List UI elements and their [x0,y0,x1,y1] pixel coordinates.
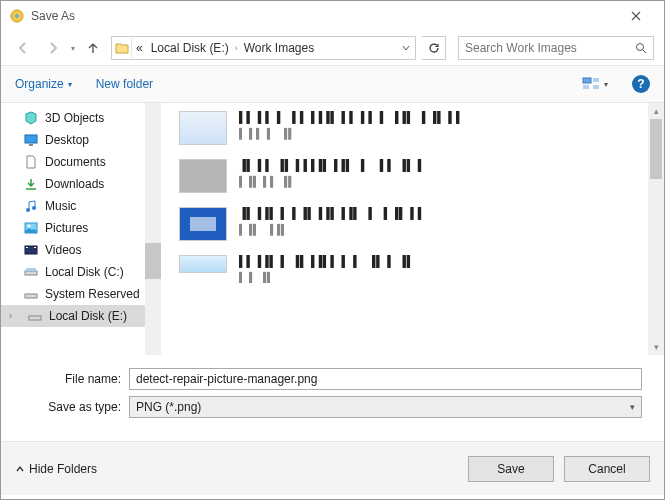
chevron-down-icon: ▾ [604,80,608,89]
svg-rect-11 [26,247,28,248]
up-button[interactable] [81,36,105,60]
filename-label: File name: [1,372,129,386]
cancel-button[interactable]: Cancel [564,456,650,482]
file-list: ▌▌▐▐ ▌ ▌▌▐▐▐▌▐▐ ▌▌▐ ▐▐▌ ▌▐▌▐▐▌▐▐ ▌ ▐▌ ▐▌… [161,103,664,355]
drive-icon [27,308,43,324]
hide-folders-button[interactable]: Hide Folders [15,462,97,476]
app-icon [9,8,25,24]
file-thumbnail [179,111,227,145]
file-name: ▐▌▐▐▌▐ ▌▐▌▐▐▌▐▐▌ ▌ ▌▐▌▐▐ [239,207,642,220]
chevron-down-icon: ▾ [68,80,72,89]
window-title: Save As [31,9,616,23]
forward-button[interactable] [41,36,65,60]
drive-icon [23,264,39,280]
file-name: ▐▌▐▐ ▐▌▐▐▐▐▌▐▐▌ ▌ ▐▐ ▐▌▐ [239,159,642,172]
svg-rect-12 [34,247,36,248]
view-icon [582,76,602,92]
titlebar: Save As [1,1,664,31]
cube-icon [23,110,39,126]
list-scrollbar[interactable]: ▴ ▾ [648,103,664,355]
back-button[interactable] [11,36,35,60]
folder-icon [112,37,132,59]
sidebar-item-sysres[interactable]: System Reserved [1,283,145,305]
svg-rect-5 [29,144,33,146]
refresh-button[interactable] [422,36,446,60]
path-seg-2[interactable]: Work Images [240,37,318,59]
list-item[interactable]: ▌▌▐▐ ▌ ▌▌▐▐▐▌▐▐ ▌▌▐ ▐▐▌ ▌▐▌▐▐▌▐▐ ▌ ▐▌ [179,111,642,145]
file-meta: ▌▐ ▐▌ [239,272,642,283]
file-thumbnail [179,255,227,273]
new-folder-button[interactable]: New folder [96,77,153,91]
folder-tree: 3D Objects Desktop Documents Downloads M… [1,103,161,355]
path-overflow[interactable]: « [132,37,147,59]
address-dropdown[interactable] [397,44,415,52]
chevron-right-icon: › [233,43,240,53]
list-item[interactable]: ▐▌▐▐ ▐▌▐▐▐▐▌▐▐▌ ▌ ▐▐ ▐▌▐▌▐▌▐▐ ▐▌ [179,159,642,193]
footer: Hide Folders Save Cancel [1,441,664,495]
help-button[interactable]: ? [632,75,650,93]
chevron-down-icon: ▾ [630,402,635,412]
scroll-up-icon[interactable]: ▴ [648,103,664,119]
sidebar-item-documents[interactable]: Documents [1,151,145,173]
history-dropdown[interactable]: ▾ [71,44,75,53]
music-icon [23,198,39,214]
filetype-label: Save as type: [1,400,129,414]
sidebar-item-pictures[interactable]: Pictures [1,217,145,239]
list-item[interactable]: ▌▌▐▐▌▐ ▐▌▐▐▌▌▐ ▌ ▐▌▐ ▐▌▌▐ ▐▌ [179,255,642,283]
save-form: File name: detect-repair-picture-manager… [1,355,664,425]
drive-icon [23,286,39,302]
svg-rect-13 [25,271,37,275]
sidebar-item-desktop[interactable]: Desktop [1,129,145,151]
sidebar-item-3d[interactable]: 3D Objects [1,107,145,129]
address-bar[interactable]: « Local Disk (E:) › Work Images [111,36,416,60]
toolbar: Organize ▾ New folder ▾ ? [1,65,664,103]
video-icon [23,242,39,258]
main-area: 3D Objects Desktop Documents Downloads M… [1,103,664,355]
chevron-up-icon [15,464,25,474]
sidebar-item-downloads[interactable]: Downloads [1,173,145,195]
view-mode-button[interactable]: ▾ [582,76,608,92]
file-thumbnail [179,159,227,193]
sidebar-scrollbar[interactable] [145,103,161,355]
file-meta: ▌▐▌ ▐▐▌ [239,224,642,235]
file-name: ▌▌▐▐▌▐ ▐▌▐▐▌▌▐ ▌ ▐▌▐ ▐▌ [239,255,642,268]
organize-menu[interactable]: Organize ▾ [15,77,72,91]
filetype-select[interactable]: PNG (*.png) ▾ [129,396,642,418]
search-input[interactable]: Search Work Images [458,36,654,60]
expand-caret[interactable]: › [9,311,19,321]
svg-rect-15 [25,294,37,298]
svg-point-7 [32,206,36,210]
svg-rect-3 [583,78,591,83]
svg-point-6 [26,208,30,212]
file-meta: ▌▐▐ ▌ ▐▌ [239,128,642,139]
file-meta: ▌▐▌▐▐ ▐▌ [239,176,642,187]
svg-point-2 [637,44,644,51]
nav-row: ▾ « Local Disk (E:) › Work Images Search… [1,31,664,65]
search-icon [635,42,647,54]
svg-point-1 [15,14,19,18]
pictures-icon [23,220,39,236]
download-icon [23,176,39,192]
path-seg-1[interactable]: Local Disk (E:) [147,37,233,59]
desktop-icon [23,132,39,148]
list-item[interactable]: ▐▌▐▐▌▐ ▌▐▌▐▐▌▐▐▌ ▌ ▌▐▌▐▐▌▐▌ ▐▐▌ [179,207,642,241]
svg-rect-16 [29,316,41,320]
document-icon [23,154,39,170]
file-thumbnail [179,207,227,241]
sidebar-item-drive-c[interactable]: Local Disk (C:) [1,261,145,283]
sidebar-item-videos[interactable]: Videos [1,239,145,261]
svg-rect-14 [26,268,36,271]
file-name: ▌▌▐▐ ▌ ▌▌▐▐▐▌▐▐ ▌▌▐ ▐▐▌ ▌▐▌▐▐ [239,111,642,124]
svg-point-9 [28,225,31,228]
svg-rect-4 [25,135,37,143]
sidebar-item-drive-e[interactable]: ›Local Disk (E:) [1,305,145,327]
close-button[interactable] [616,1,656,31]
search-placeholder: Search Work Images [465,41,577,55]
scroll-down-icon[interactable]: ▾ [648,339,664,355]
save-button[interactable]: Save [468,456,554,482]
sidebar-item-music[interactable]: Music [1,195,145,217]
filename-input[interactable]: detect-repair-picture-manager.png [129,368,642,390]
